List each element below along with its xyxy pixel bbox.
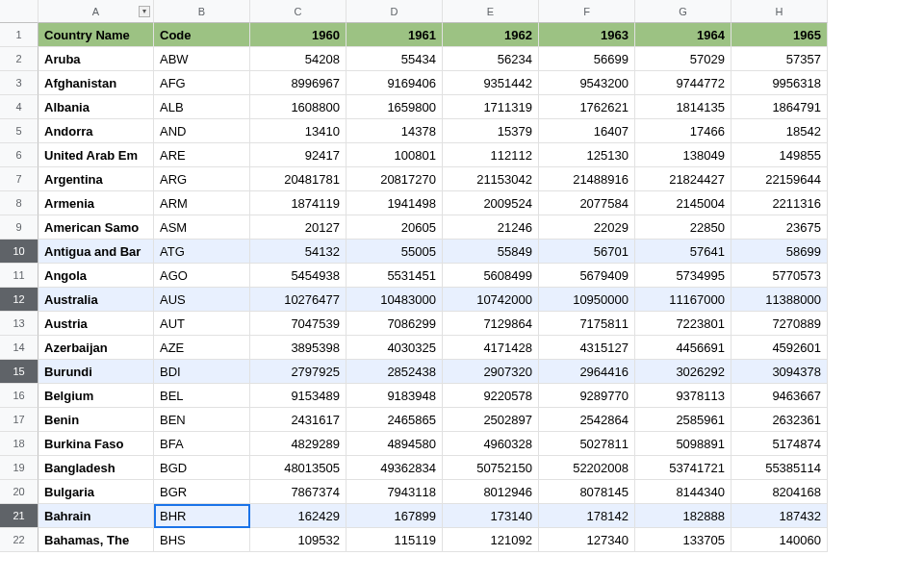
cell-value[interactable]: 1864791 xyxy=(732,95,828,119)
cell-country[interactable]: Bulgaria xyxy=(38,480,154,504)
cell-value[interactable]: 20127 xyxy=(250,215,346,240)
cell-value[interactable]: 2502897 xyxy=(443,408,539,432)
cell-code[interactable]: BEL xyxy=(154,384,250,408)
cell-value[interactable]: 55434 xyxy=(346,47,443,71)
cell-value[interactable]: 21824427 xyxy=(635,167,732,191)
row-header[interactable]: 5 xyxy=(0,119,38,143)
cell-value[interactable]: 9169406 xyxy=(346,71,443,95)
cell-country[interactable]: American Samo xyxy=(38,215,154,240)
row-header[interactable]: 13 xyxy=(0,312,38,336)
cell-value[interactable]: 20605 xyxy=(346,215,443,240)
column-header-H[interactable]: H xyxy=(732,0,828,23)
cell-country[interactable]: Austria xyxy=(38,312,154,336)
cell-value[interactable]: 5531451 xyxy=(346,264,443,288)
cell-value[interactable]: 2542864 xyxy=(539,408,635,432)
cell-code[interactable]: ASM xyxy=(154,215,250,240)
cell-value[interactable]: 9378113 xyxy=(635,384,732,408)
cell-code[interactable]: ARM xyxy=(154,191,250,215)
row-header[interactable]: 12 xyxy=(0,288,38,312)
cell-value[interactable]: 2009524 xyxy=(443,191,539,215)
cell-value[interactable]: 13410 xyxy=(250,119,346,143)
row-header[interactable]: 7 xyxy=(0,167,38,191)
cell-value[interactable]: 10950000 xyxy=(539,288,635,312)
cell-value[interactable]: 16407 xyxy=(539,119,635,143)
cell-value[interactable]: 55385114 xyxy=(732,456,828,480)
cell-country[interactable]: United Arab Em xyxy=(38,143,154,167)
cell-value[interactable]: 162429 xyxy=(250,504,346,528)
header-code[interactable]: Code xyxy=(154,23,250,47)
cell-value[interactable]: 2797925 xyxy=(250,360,346,384)
cell-country[interactable]: Afghanistan xyxy=(38,71,154,95)
cell-value[interactable]: 9744772 xyxy=(635,71,732,95)
row-header[interactable]: 2 xyxy=(0,47,38,71)
cell-value[interactable]: 125130 xyxy=(539,143,635,167)
cell-value[interactable]: 1762621 xyxy=(539,95,635,119)
cell-value[interactable]: 2465865 xyxy=(346,408,443,432)
cell-value[interactable]: 5174874 xyxy=(732,432,828,456)
cell-value[interactable]: 8996967 xyxy=(250,71,346,95)
header-country[interactable]: Country Name xyxy=(38,23,154,47)
cell-value[interactable]: 7223801 xyxy=(635,312,732,336)
cell-value[interactable]: 56699 xyxy=(539,47,635,71)
cell-value[interactable]: 7175811 xyxy=(539,312,635,336)
cell-value[interactable]: 9289770 xyxy=(539,384,635,408)
cell-value[interactable]: 5608499 xyxy=(443,264,539,288)
cell-value[interactable]: 22029 xyxy=(539,215,635,240)
header-year[interactable]: 1963 xyxy=(539,23,635,47)
row-header[interactable]: 15 xyxy=(0,360,38,384)
cell-value[interactable]: 7867374 xyxy=(250,480,346,504)
cell-value[interactable]: 21488916 xyxy=(539,167,635,191)
cell-value[interactable]: 2431617 xyxy=(250,408,346,432)
column-dropdown-icon[interactable]: ▾ xyxy=(139,6,150,17)
cell-value[interactable]: 18542 xyxy=(732,119,828,143)
cell-value[interactable]: 178142 xyxy=(539,504,635,528)
cell-country[interactable]: Burundi xyxy=(38,360,154,384)
cell-value[interactable]: 140060 xyxy=(732,528,828,552)
cell-value[interactable]: 7086299 xyxy=(346,312,443,336)
cell-value[interactable]: 11167000 xyxy=(635,288,732,312)
cell-value[interactable]: 55005 xyxy=(346,240,443,264)
spreadsheet-grid[interactable]: A▾BCDEFGH1Country NameCode19601961196219… xyxy=(0,0,924,552)
cell-value[interactable]: 49362834 xyxy=(346,456,443,480)
cell-value[interactable]: 14378 xyxy=(346,119,443,143)
cell-value[interactable]: 21246 xyxy=(443,215,539,240)
cell-code[interactable]: ATG xyxy=(154,240,250,264)
cell-value[interactable]: 2077584 xyxy=(539,191,635,215)
cell-value[interactable]: 7943118 xyxy=(346,480,443,504)
cell-value[interactable]: 3026292 xyxy=(635,360,732,384)
cell-value[interactable]: 4030325 xyxy=(346,336,443,360)
cell-value[interactable]: 54132 xyxy=(250,240,346,264)
cell-code[interactable]: AZE xyxy=(154,336,250,360)
cell-value[interactable]: 112112 xyxy=(443,143,539,167)
cell-value[interactable]: 2145004 xyxy=(635,191,732,215)
column-header-F[interactable]: F xyxy=(539,0,635,23)
row-header[interactable]: 9 xyxy=(0,215,38,240)
cell-value[interactable]: 10742000 xyxy=(443,288,539,312)
cell-value[interactable]: 54208 xyxy=(250,47,346,71)
cell-value[interactable]: 5679409 xyxy=(539,264,635,288)
cell-value[interactable]: 4592601 xyxy=(732,336,828,360)
cell-value[interactable]: 5734995 xyxy=(635,264,732,288)
cell-code[interactable]: BGR xyxy=(154,480,250,504)
column-header-D[interactable]: D xyxy=(346,0,443,23)
cell-value[interactable]: 9463667 xyxy=(732,384,828,408)
cell-value[interactable]: 2964416 xyxy=(539,360,635,384)
cell-code[interactable]: BGD xyxy=(154,456,250,480)
cell-country[interactable]: Bangladesh xyxy=(38,456,154,480)
cell-country[interactable]: Azerbaijan xyxy=(38,336,154,360)
cell-code[interactable]: BFA xyxy=(154,432,250,456)
cell-value[interactable]: 8204168 xyxy=(732,480,828,504)
cell-value[interactable]: 127340 xyxy=(539,528,635,552)
row-header[interactable]: 8 xyxy=(0,191,38,215)
cell-value[interactable]: 2907320 xyxy=(443,360,539,384)
cell-value[interactable]: 55849 xyxy=(443,240,539,264)
cell-value[interactable]: 10276477 xyxy=(250,288,346,312)
cell-country[interactable]: Aruba xyxy=(38,47,154,71)
cell-code[interactable]: ABW xyxy=(154,47,250,71)
cell-value[interactable]: 3895398 xyxy=(250,336,346,360)
cell-code[interactable]: BHS xyxy=(154,528,250,552)
cell-code[interactable]: BEN xyxy=(154,408,250,432)
column-header-A[interactable]: A▾ xyxy=(38,0,154,23)
column-header-E[interactable]: E xyxy=(443,0,539,23)
cell-value[interactable]: 1874119 xyxy=(250,191,346,215)
